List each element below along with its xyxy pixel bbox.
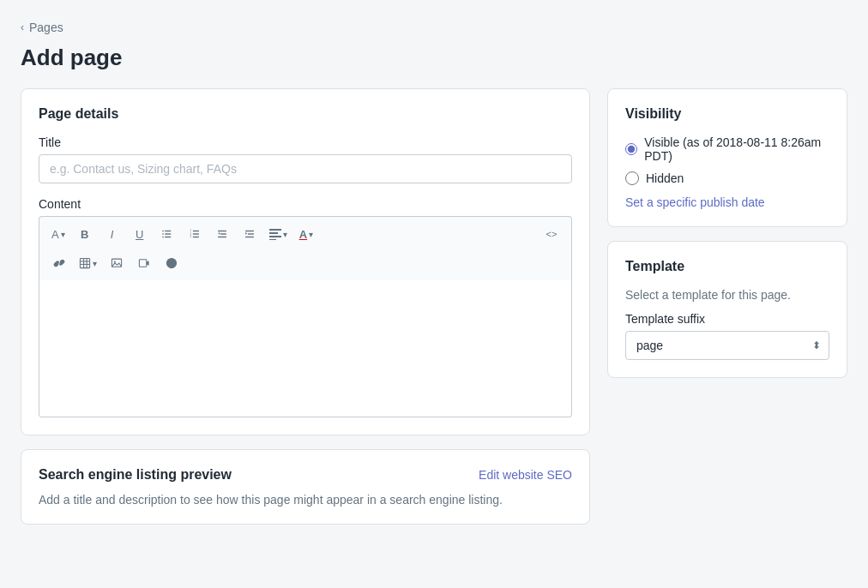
publish-date-link[interactable]: Set a specific publish date <box>625 195 765 209</box>
breadcrumb-label: Pages <box>29 21 63 34</box>
svg-rect-16 <box>245 231 254 231</box>
ordered-list-button[interactable]: 123 <box>182 222 208 246</box>
editor-toolbar: A ▾ B I U <box>39 216 572 280</box>
hidden-label: Hidden <box>646 171 684 185</box>
visible-radio[interactable] <box>625 142 637 156</box>
svg-rect-13 <box>220 233 226 234</box>
underline-button[interactable]: U <box>127 222 153 246</box>
link-icon <box>53 257 65 269</box>
bold-button[interactable]: B <box>72 222 98 246</box>
svg-rect-24 <box>80 258 89 267</box>
svg-rect-17 <box>248 233 254 234</box>
content-label: Content <box>39 197 572 211</box>
hidden-option[interactable]: Hidden <box>625 171 829 185</box>
indent-decrease-button[interactable] <box>209 222 235 246</box>
table-dropdown-icon: ▾ <box>93 259 97 268</box>
font-dropdown-icon: ▾ <box>61 230 65 239</box>
align-dropdown-icon: ▾ <box>283 230 287 239</box>
template-description: Select a template for this page. <box>625 288 829 302</box>
svg-rect-22 <box>269 236 281 237</box>
indent-increase-icon <box>244 228 256 240</box>
video-icon <box>138 257 150 269</box>
svg-marker-15 <box>218 232 220 235</box>
hidden-radio[interactable] <box>625 171 639 185</box>
visibility-title: Visibility <box>625 106 829 122</box>
font-label: A <box>51 228 59 241</box>
video-button[interactable] <box>131 251 157 275</box>
svg-rect-23 <box>269 239 276 240</box>
title-input[interactable] <box>39 154 572 183</box>
template-suffix-select[interactable]: page contact faq about <box>625 331 829 360</box>
unordered-list-button[interactable] <box>154 222 180 246</box>
svg-rect-18 <box>245 237 254 237</box>
visible-label: Visible (as of 2018-08-11 8:26am PDT) <box>644 135 829 163</box>
link-button[interactable] <box>46 251 72 275</box>
unordered-list-icon <box>161 228 173 240</box>
svg-rect-6 <box>193 231 199 231</box>
image-icon <box>111 257 123 269</box>
font-button[interactable]: A ▾ <box>46 222 70 246</box>
ordered-list-icon: 123 <box>189 228 201 240</box>
visibility-options: Visible (as of 2018-08-11 8:26am PDT) Hi… <box>625 135 829 185</box>
back-arrow-icon: ‹ <box>21 21 24 33</box>
page-details-title: Page details <box>39 106 572 122</box>
edit-seo-link[interactable]: Edit website SEO <box>479 468 572 482</box>
svg-marker-19 <box>245 232 247 235</box>
seo-description: Add a title and description to see how t… <box>39 493 572 507</box>
svg-rect-8 <box>193 237 199 237</box>
image-button[interactable] <box>104 251 130 275</box>
page-details-card: Page details Title Content A ▾ B <box>21 88 590 435</box>
template-title: Template <box>625 259 829 274</box>
svg-point-5 <box>162 237 164 238</box>
indent-decrease-icon <box>216 228 228 240</box>
source-code-button[interactable]: <> <box>539 222 564 246</box>
svg-rect-31 <box>139 260 146 267</box>
template-suffix-label: Template suffix <box>625 312 829 326</box>
align-button[interactable]: ▾ <box>264 222 292 246</box>
template-suffix-wrapper: page contact faq about ⬍ <box>625 331 829 360</box>
main-column: Page details Title Content A ▾ B <box>21 88 590 525</box>
table-button[interactable]: ▾ <box>74 251 102 275</box>
svg-rect-1 <box>165 233 171 234</box>
page-title: Add page <box>21 45 847 71</box>
visibility-card: Visibility Visible (as of 2018-08-11 8:2… <box>607 88 847 227</box>
svg-rect-14 <box>218 237 226 237</box>
editor-body[interactable] <box>39 280 572 417</box>
sidebar-column: Visibility Visible (as of 2018-08-11 8:2… <box>607 88 847 378</box>
svg-point-30 <box>114 261 116 263</box>
svg-point-3 <box>162 231 164 232</box>
title-label: Title <box>39 135 572 149</box>
visible-option[interactable]: Visible (as of 2018-08-11 8:26am PDT) <box>625 135 829 163</box>
svg-rect-12 <box>218 231 226 231</box>
special-char-icon <box>166 257 178 269</box>
italic-button[interactable]: I <box>99 222 125 246</box>
seo-preview-card: Search engine listing preview Edit websi… <box>21 449 590 525</box>
svg-rect-2 <box>165 237 171 237</box>
table-icon <box>79 257 91 269</box>
svg-rect-20 <box>269 229 281 231</box>
special-char-button[interactable] <box>159 251 184 275</box>
template-card: Template Select a template for this page… <box>607 241 847 378</box>
svg-point-4 <box>162 233 164 235</box>
seo-title: Search engine listing preview <box>39 467 232 483</box>
text-color-button[interactable]: A ▾ <box>294 222 318 246</box>
align-icon <box>269 228 281 240</box>
text-color-dropdown-icon: ▾ <box>309 230 313 239</box>
svg-rect-0 <box>165 231 171 231</box>
svg-rect-7 <box>193 233 199 234</box>
breadcrumb[interactable]: ‹ Pages <box>21 21 847 34</box>
svg-rect-21 <box>269 232 278 234</box>
indent-increase-button[interactable] <box>237 222 262 246</box>
text-color-label: A <box>299 228 307 241</box>
svg-text:3: 3 <box>190 235 191 238</box>
